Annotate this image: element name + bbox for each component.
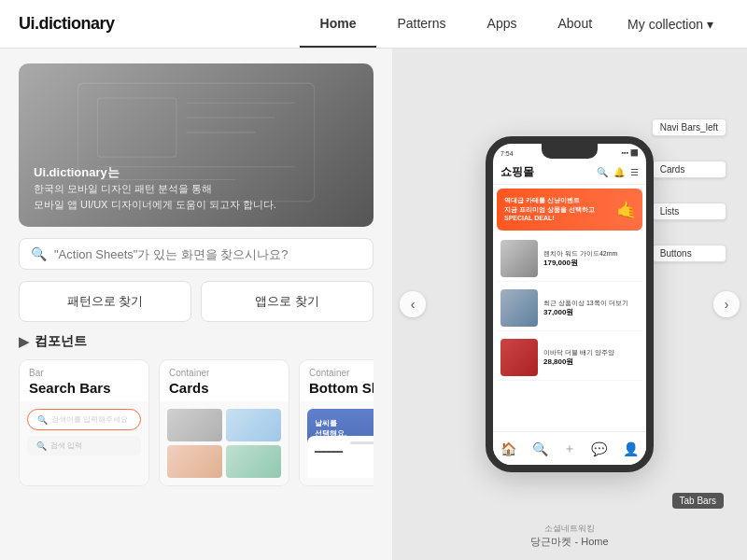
app-header-icons: 🔍 🔔 ☰: [597, 167, 639, 177]
card-bottom-sheets-title: Bottom Sheets: [300, 380, 374, 401]
main-search-bar[interactable]: 🔍: [19, 238, 374, 270]
product-row-2[interactable]: 최근 상품이상 13쪽이 더보기 37,000원: [497, 286, 642, 331]
product-price-3: 28,800원: [543, 357, 639, 367]
bottomsheet-bottom: ━━━━━━: [307, 436, 374, 478]
label-tab-bars: Tab Bars: [672, 493, 724, 509]
card-cards-label: Container: [160, 360, 289, 380]
my-collection-menu[interactable]: My collection ▾: [613, 17, 728, 32]
phone-time: 7:54: [500, 150, 514, 157]
product-info-2: 최근 상품이상 13쪽이 더보기 37,000원: [543, 299, 639, 317]
product-info-3: 이바닥 더블 배기 양주양 28,800원: [543, 348, 639, 367]
sheet-handle: [350, 441, 374, 444]
search-input[interactable]: [54, 247, 361, 261]
product-info-1: 렌치아 워드 가이드42mm 179,000원: [543, 249, 639, 268]
tab-chat[interactable]: 💬: [591, 441, 607, 456]
carousel-right-arrow[interactable]: ›: [713, 291, 740, 317]
preview-search-icon: 🔍: [37, 415, 48, 425]
phone-notch: [542, 144, 598, 159]
caption-main: 당근마켓 - Home: [530, 535, 608, 549]
product-name-2: 최근 상품이상 13쪽이 더보기: [543, 299, 639, 307]
card-search-bars-preview: 🔍 검색어를 입력해주세요 🔍 검색 입력: [20, 401, 148, 485]
banner-text: 역대급 카테를 신냥이벤트 지금 프리미엄 상품을 선택하고 SPECIAL D…: [504, 196, 595, 223]
fab-button[interactable]: ＋: [563, 441, 576, 457]
preview-search-input-2: 🔍 검색 입력: [27, 436, 141, 455]
nav-patterns[interactable]: Patterns: [376, 0, 466, 48]
card-cards-title: Cards: [160, 380, 289, 401]
nav-apps[interactable]: Apps: [467, 0, 538, 48]
section-arrow-icon: ▶: [19, 334, 29, 349]
hero-image: Ui.dictionary는 한국의 모바일 디자인 패턴 분석을 통해 모바일…: [19, 63, 374, 227]
phone-mockup: 7:54 ▪▪▪ ⬛ 쇼핑몰 🔍 🔔 ☰: [486, 136, 654, 472]
card-search-bars-label: Bar: [20, 360, 148, 380]
label-lists: Lists: [652, 203, 726, 220]
preview-search-icon-2: 🔍: [36, 441, 47, 451]
left-panel: Ui.dictionary는 한국의 모바일 디자인 패턴 분석을 통해 모바일…: [0, 49, 392, 560]
product-image-2: [500, 289, 538, 327]
app-title: 쇼핑몰: [500, 164, 534, 180]
phone-labels: Navi Bars_left Cards Lists Buttons: [652, 119, 726, 262]
nav-home[interactable]: Home: [300, 0, 377, 48]
tab-add[interactable]: ＋: [563, 441, 576, 457]
main-nav: Home Patterns Apps About: [300, 0, 613, 48]
search-preview: 🔍 검색어를 입력해주세요 🔍 검색 입력: [27, 409, 141, 455]
product-price-1: 179,000원: [543, 258, 639, 268]
action-buttons: 패턴으로 찾기 앱으로 찾기: [19, 281, 374, 322]
label-cards: Cards: [652, 161, 726, 178]
tab-profile[interactable]: 👤: [623, 441, 639, 456]
chevron-down-icon: ▾: [707, 17, 713, 32]
svg-rect-1: [97, 98, 176, 157]
pattern-search-button[interactable]: 패턴으로 찾기: [19, 281, 191, 322]
hero-line3: 모바일 앱 UI/UX 디자이너에게 도움이 되고자 합니다.: [34, 197, 276, 213]
logo: Ui.dictionary: [19, 14, 115, 34]
search-icon-phone: 🔍: [597, 167, 608, 177]
main-content: Ui.dictionary는 한국의 모바일 디자인 패턴 분석을 통해 모바일…: [0, 49, 747, 560]
caption-sub: 소셜네트워킹: [530, 523, 608, 535]
label-navi-bars: Navi Bars_left: [652, 119, 726, 136]
app-header: 쇼핑몰 🔍 🔔 ☰: [493, 161, 646, 185]
header: Ui.dictionary Home Patterns Apps About M…: [0, 0, 747, 49]
preview-card-4: [226, 445, 281, 478]
card-cards[interactable]: Container Cards: [159, 359, 289, 486]
section-title: ▶ 컴포넌트: [19, 333, 374, 350]
app-tabbar: 🏠 🔍 ＋ 💬 👤: [493, 431, 646, 465]
preview-card-3: [167, 445, 222, 478]
product-name-1: 렌치아 워드 가이드42mm: [543, 249, 639, 258]
product-row-1[interactable]: 렌치아 워드 가이드42mm 179,000원: [497, 236, 642, 282]
app-product-list: 렌치아 워드 가이드42mm 179,000원 최근 상품이상 13쪽이 더보기…: [497, 236, 642, 381]
tab-home[interactable]: 🏠: [500, 441, 516, 456]
card-cards-preview: [160, 401, 289, 485]
tab-search[interactable]: 🔍: [532, 441, 548, 456]
section-title-text: 컴포넌트: [35, 333, 87, 350]
product-image-3: [500, 339, 538, 376]
banner-hand-icon: 🤙: [616, 200, 637, 220]
card-bottom-sheets[interactable]: Container Bottom Sheets 날씨를선택해요. ━━━━━━: [299, 359, 374, 486]
bottomsheet-preview: 날씨를선택해요. ━━━━━━: [307, 409, 374, 478]
right-panel: ‹ › 7:54 ▪▪▪ ⬛ 쇼핑몰 🔍 🔔 ☰: [392, 49, 747, 560]
phone-status-icons: ▪▪▪ ⬛: [622, 149, 639, 157]
my-collection-label: My collection: [627, 17, 703, 32]
card-search-bars-title: Search Bars: [20, 380, 148, 401]
label-buttons: Buttons: [652, 245, 726, 262]
product-row-3[interactable]: 이바닥 더블 배기 양주양 28,800원: [497, 335, 642, 381]
nav-about[interactable]: About: [537, 0, 613, 48]
card-bottom-sheets-label: Container: [300, 360, 374, 380]
carousel-left-arrow[interactable]: ‹: [400, 291, 426, 317]
hero-background: Ui.dictionary는 한국의 모바일 디자인 패턴 분석을 통해 모바일…: [19, 63, 374, 227]
components-section: ▶ 컴포넌트 Bar Search Bars 🔍 검색어를 입력해주세요: [19, 333, 374, 545]
product-image-1: [500, 240, 538, 277]
product-name-3: 이바닥 더블 배기 양주양: [543, 348, 639, 357]
bottom-caption: 소셜네트워킹 당근마켓 - Home: [530, 523, 608, 549]
preview-card-1: [167, 409, 222, 441]
app-search-button[interactable]: 앱으로 찾기: [201, 281, 374, 322]
cards-preview: [167, 409, 281, 478]
app-banner: 역대급 카테를 신냥이벤트 지금 프리미엄 상품을 선택하고 SPECIAL D…: [497, 189, 642, 231]
component-cards-list: Bar Search Bars 🔍 검색어를 입력해주세요 🔍 검색 입력: [19, 359, 374, 486]
app-body: 역대급 카테를 신냥이벤트 지금 프리미엄 상품을 선택하고 SPECIAL D…: [493, 185, 646, 385]
product-price-2: 37,000원: [543, 307, 639, 317]
hero-line2: 한국의 모바일 디자인 패턴 분석을 통해: [34, 181, 276, 197]
bell-icon-phone: 🔔: [613, 167, 625, 177]
card-search-bars[interactable]: Bar Search Bars 🔍 검색어를 입력해주세요 🔍 검색 입력: [19, 359, 149, 486]
menu-icon-phone: ☰: [630, 167, 639, 177]
preview-card-2: [226, 409, 281, 441]
phone-content: 쇼핑몰 🔍 🔔 ☰ 역대급 카테를 신냥이벤트 지금 프리미엄 상품을 선택하고: [493, 161, 646, 465]
